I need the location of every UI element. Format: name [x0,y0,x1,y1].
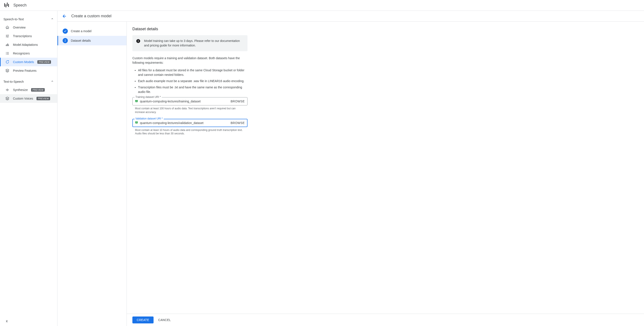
svg-rect-15 [6,89,7,91]
footer-bar: CREATE CANCEL [127,314,644,326]
collapse-sidebar-button[interactable] [5,319,10,324]
requirement-list: All files for a dataset must be stored i… [132,68,248,94]
check-icon [63,28,68,34]
equalizer-icon [5,88,10,92]
validation-uri-field: Validation dataset URI * BROWSE [132,119,248,127]
svg-rect-10 [6,53,6,54]
sidebar: Speech-to-Text Overview Transcriptions M… [0,11,58,326]
app-title: Speech [14,3,26,8]
step-create-a-model[interactable]: Create a model [58,26,126,36]
nav-group-text-to-speech[interactable]: Text-to-Speech [0,78,57,86]
bucket-icon [135,121,138,125]
step-dataset-details[interactable]: 2 Dataset details [58,36,126,45]
speech-bars-icon [4,2,10,8]
svg-rect-0 [4,3,5,7]
app-logo: Speech [4,2,26,8]
tune-icon [5,34,10,38]
nav-item-custom-voices[interactable]: Custom Voices PREVIEW [0,94,57,103]
chevron-up-icon [51,80,54,84]
form-description: Custom models require a training and val… [132,56,248,65]
svg-rect-14 [6,90,6,90]
svg-rect-7 [8,44,9,46]
requirement-item: Transcription files must be .txt and hav… [138,85,248,94]
layers-icon [5,96,10,101]
home-icon [5,25,10,30]
svg-rect-9 [7,52,9,53]
nav-item-model-adaptations[interactable]: Model Adaptations [0,40,57,49]
svg-rect-12 [6,54,6,55]
browse-training-button[interactable]: BROWSE [231,100,245,103]
svg-rect-3 [8,4,9,7]
cancel-button[interactable]: CANCEL [158,318,171,322]
training-helper-text: Must contain at least 100 hours of audio… [132,107,248,114]
info-box: i Model training can take up to 3 days. … [132,35,248,51]
info-icon: i [136,39,140,43]
svg-rect-1 [6,4,6,7]
section-title: Dataset details [132,27,248,31]
svg-rect-2 [7,2,8,6]
nav-item-transcriptions[interactable]: Transcriptions [0,32,57,40]
svg-rect-18 [8,90,9,90]
svg-rect-13 [7,54,9,55]
svg-rect-5 [7,44,7,46]
validation-uri-input[interactable] [140,121,229,125]
preview-badge: PREVIEW [31,88,45,92]
requirement-item: All files for a dataset must be stored i… [138,68,248,77]
svg-rect-4 [6,45,6,46]
validation-helper-text: Must contain at least 10 hours of audio … [132,128,248,136]
svg-rect-17 [8,89,8,91]
page-title: Create a custom model [71,14,112,18]
validation-uri-label: Validation dataset URI * [134,117,164,120]
training-uri-input[interactable] [140,100,229,103]
svg-rect-6 [8,44,8,46]
page-header: Create a custom model [58,11,644,22]
bucket-icon [135,100,138,103]
training-uri-field: Training dataset URI * BROWSE [132,97,248,106]
browse-validation-button[interactable]: BROWSE [231,121,245,125]
create-button[interactable]: CREATE [132,316,154,324]
nav-item-overview[interactable]: Overview [0,23,57,32]
nav-group-speech-to-text[interactable]: Speech-to-Text [0,15,57,23]
preview-badge: PREVIEW [37,60,51,64]
back-arrow-button[interactable] [62,14,67,19]
nav-item-synthesize[interactable]: Synthesize PREVIEW [0,86,57,94]
training-uri-label: Training dataset URI * [134,96,162,98]
requirement-item: Each audio example must be a separate .w… [138,79,248,84]
app-header: Speech [0,0,644,11]
preview-badge: PREVIEW [36,97,50,100]
stepper-panel: Create a model 2 Dataset details [58,22,127,326]
list-icon [5,51,10,56]
layers-icon [5,68,10,73]
svg-rect-11 [7,53,9,54]
step-number: 2 [63,38,68,43]
chevron-up-icon [51,17,54,21]
svg-rect-8 [6,52,6,53]
info-text: Model training can take up to 3 days. Pl… [144,39,244,48]
nav-item-preview-features[interactable]: Preview Features [0,66,57,75]
nav-item-recognizers[interactable]: Recognizers [0,49,57,58]
bars-icon [5,42,10,47]
svg-rect-16 [7,88,8,91]
nav-item-custom-models[interactable]: Custom Models PREVIEW [0,58,57,66]
loop-icon [5,60,10,64]
